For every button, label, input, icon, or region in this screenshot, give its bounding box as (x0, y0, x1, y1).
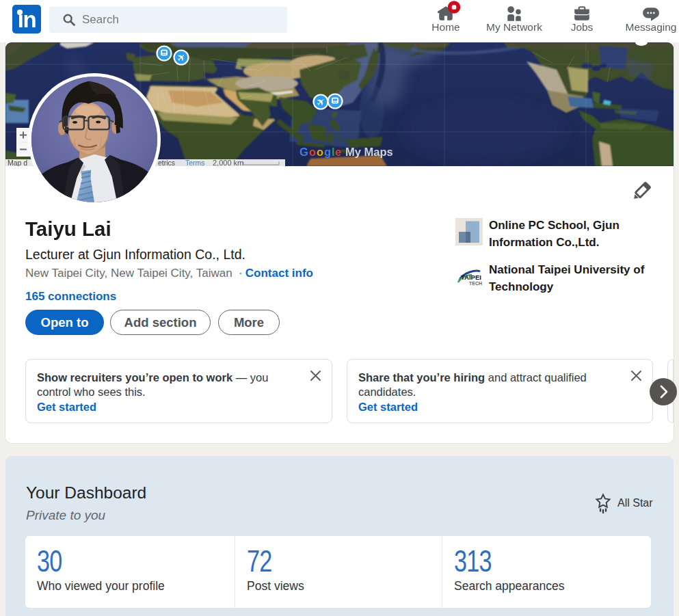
svg-text:TAIPEI: TAIPEI (461, 273, 481, 281)
svg-text:l: l (332, 146, 335, 158)
svg-text:g: g (324, 146, 331, 158)
svg-text:e: e (335, 146, 341, 158)
svg-text:o: o (317, 146, 323, 158)
svg-text:o: o (309, 146, 316, 158)
svg-text:2,000 km: 2,000 km (213, 159, 243, 167)
svg-text:Terms: Terms (185, 159, 205, 167)
svg-text:etrics: etrics (158, 159, 175, 167)
svg-text:TECH: TECH (469, 281, 482, 286)
svg-text:G: G (299, 146, 308, 158)
svg-text:My Maps: My Maps (345, 146, 393, 158)
svg-text:Map d: Map d (8, 159, 27, 167)
